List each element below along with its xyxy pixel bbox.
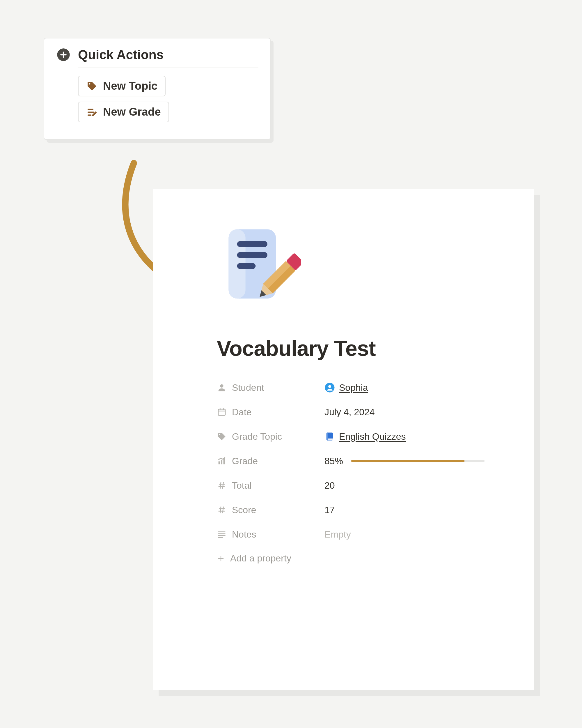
property-score-value[interactable]: 17 <box>325 505 484 515</box>
calendar-icon <box>217 407 227 417</box>
property-grade-value[interactable]: 85% <box>325 456 484 467</box>
student-link[interactable]: Sophia <box>339 382 368 393</box>
svg-rect-9 <box>237 241 268 247</box>
document-pencil-icon <box>217 224 301 309</box>
property-date[interactable]: Date July 4, 2024 <box>217 400 484 424</box>
property-notes-value[interactable]: Empty <box>325 529 484 540</box>
property-date-value[interactable]: July 4, 2024 <box>325 407 484 418</box>
svg-rect-6 <box>88 114 91 115</box>
add-property-button[interactable]: Add a property <box>217 550 484 567</box>
grade-edit-icon <box>86 106 98 118</box>
svg-rect-2 <box>63 52 64 58</box>
page-title: Vocabulary Test <box>217 336 484 361</box>
avatar-badge-icon <box>325 382 335 393</box>
plus-icon <box>217 554 225 563</box>
svg-line-34 <box>223 482 223 489</box>
svg-line-33 <box>220 482 221 489</box>
add-property-label: Add a property <box>230 553 291 564</box>
svg-rect-10 <box>237 252 268 258</box>
book-icon <box>325 431 335 442</box>
svg-point-17 <box>220 384 223 388</box>
svg-rect-29 <box>221 460 222 465</box>
grade-topic-link[interactable]: English Quizzes <box>339 431 406 442</box>
quick-actions-card: Quick Actions New Topic <box>44 38 271 140</box>
grade-percent: 85% <box>325 456 343 467</box>
properties-list: Student Sophia <box>217 375 484 567</box>
quick-actions-header: Quick Actions <box>56 47 258 62</box>
hash-icon <box>217 480 227 490</box>
text-lines-icon <box>217 529 227 539</box>
svg-line-37 <box>220 507 221 513</box>
person-icon <box>217 383 227 393</box>
plus-circle-icon <box>56 47 71 62</box>
chart-icon <box>217 456 227 466</box>
svg-point-19 <box>328 385 331 388</box>
svg-rect-28 <box>219 461 220 464</box>
grade-progress-bar <box>351 460 484 462</box>
new-grade-label: New Grade <box>103 106 161 118</box>
property-grade-topic-label: Grade Topic <box>217 431 325 442</box>
tag-icon <box>86 80 98 92</box>
property-score-label: Score <box>217 505 325 515</box>
svg-line-38 <box>223 507 223 513</box>
quick-actions-title: Quick Actions <box>78 48 164 62</box>
svg-rect-11 <box>237 263 256 269</box>
svg-rect-20 <box>218 409 225 415</box>
property-student[interactable]: Student Sophia <box>217 375 484 400</box>
new-topic-button[interactable]: New Topic <box>78 76 166 96</box>
property-notes-label: Notes <box>217 529 325 540</box>
svg-rect-4 <box>88 109 93 110</box>
property-grade-topic-value[interactable]: English Quizzes <box>325 431 484 442</box>
svg-rect-27 <box>328 439 333 440</box>
property-date-label: Date <box>217 407 325 418</box>
tag-icon <box>217 432 227 441</box>
property-student-label: Student <box>217 382 325 393</box>
property-notes[interactable]: Notes Empty <box>217 522 484 547</box>
property-total[interactable]: Total 20 <box>217 473 484 498</box>
page-detail-card: Vocabulary Test Student Sophia <box>153 189 534 690</box>
property-total-value[interactable]: 20 <box>325 480 484 491</box>
property-student-value[interactable]: Sophia <box>325 382 484 393</box>
property-grade-topic[interactable]: Grade Topic English Quizzes <box>217 424 484 449</box>
svg-point-24 <box>219 434 221 435</box>
property-total-label: Total <box>217 480 325 491</box>
property-grade-label: Grade <box>217 456 325 467</box>
new-topic-label: New Topic <box>103 80 158 92</box>
new-grade-button[interactable]: New Grade <box>78 102 169 122</box>
divider <box>78 68 258 68</box>
hash-icon <box>217 505 227 515</box>
property-score[interactable]: Score 17 <box>217 498 484 522</box>
svg-rect-5 <box>88 111 94 113</box>
svg-point-3 <box>89 83 90 84</box>
property-grade[interactable]: Grade 85% <box>217 449 484 473</box>
